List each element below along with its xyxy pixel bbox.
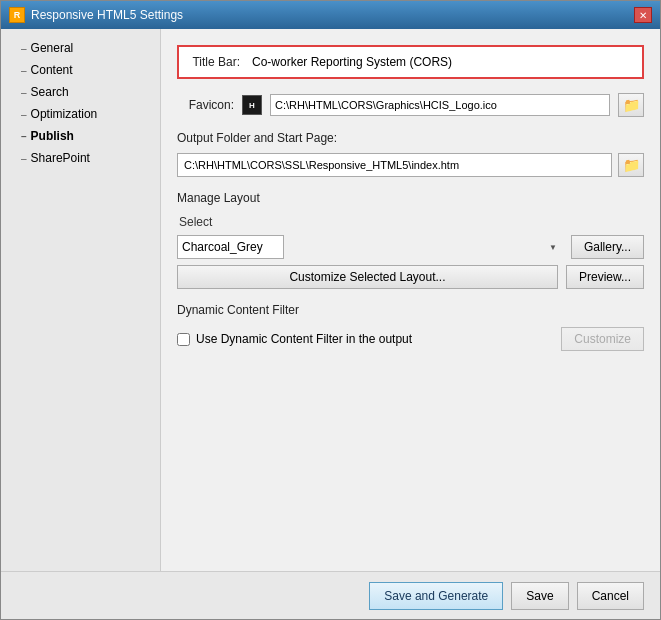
dynamic-section: Dynamic Content Filter Use Dynamic Conte… [177,303,644,351]
window-title: Responsive HTML5 Settings [31,8,183,22]
preview-button[interactable]: Preview... [566,265,644,289]
window-body: General Content Search Optimization Publ… [1,29,660,571]
layout-select[interactable]: Charcoal_Grey Blue Green Red [177,235,284,259]
sidebar-label-content: Content [31,63,73,77]
sidebar-label-optimization: Optimization [31,107,98,121]
favicon-browse-button[interactable]: 📁 [618,93,644,117]
favicon-section: Favicon: H 📁 [179,93,644,117]
favicon-path-input[interactable] [270,94,610,116]
output-path-input[interactable] [177,153,612,177]
favicon-icon-preview: H [242,95,262,115]
output-browse-button[interactable]: 📁 [618,153,644,177]
sidebar-item-content[interactable]: Content [1,59,160,81]
sidebar-item-optimization[interactable]: Optimization [1,103,160,125]
cancel-button[interactable]: Cancel [577,582,644,610]
save-button[interactable]: Save [511,582,568,610]
title-bar: R Responsive HTML5 Settings ✕ [1,1,660,29]
layout-section: Manage Layout Select Charcoal_Grey Blue … [177,191,644,289]
title-bar-section: Title Bar: [177,45,644,79]
dynamic-checkbox-row: Use Dynamic Content Filter in the output [177,332,412,346]
sidebar-label-general: General [31,41,74,55]
main-window: R Responsive HTML5 Settings ✕ General Co… [0,0,661,620]
dynamic-filter-checkbox[interactable] [177,333,190,346]
output-folder-label: Output Folder and Start Page: [177,131,644,145]
window-icon: R [9,7,25,23]
layout-select-row: Charcoal_Grey Blue Green Red Gallery... [177,235,644,259]
sidebar-label-publish: Publish [31,129,74,143]
layout-select-wrapper: Charcoal_Grey Blue Green Red [177,235,563,259]
bottom-bar: Save and Generate Save Cancel [1,571,660,619]
dynamic-customize-button: Customize [561,327,644,351]
sidebar-item-sharepoint[interactable]: SharePoint [1,147,160,169]
favicon-label: Favicon: [179,98,234,112]
sidebar-label-search: Search [31,85,69,99]
sidebar-item-publish[interactable]: Publish [1,125,160,147]
dynamic-checkbox-label: Use Dynamic Content Filter in the output [196,332,412,346]
output-row: 📁 [177,153,644,177]
output-section: Output Folder and Start Page: 📁 [177,131,644,177]
close-button[interactable]: ✕ [634,7,652,23]
title-bar-left: R Responsive HTML5 Settings [9,7,183,23]
window-controls: ✕ [634,7,652,23]
gallery-button[interactable]: Gallery... [571,235,644,259]
title-bar-input[interactable] [248,51,636,73]
main-content: Title Bar: Favicon: H 📁 Output Folder an… [161,29,660,571]
save-generate-button[interactable]: Save and Generate [369,582,503,610]
dynamic-inner: Use Dynamic Content Filter in the output… [177,327,644,351]
dynamic-filter-label: Dynamic Content Filter [177,303,644,317]
sidebar-item-general[interactable]: General [1,37,160,59]
title-bar-label: Title Bar: [185,55,240,69]
sidebar-label-sharepoint: SharePoint [31,151,90,165]
sidebar: General Content Search Optimization Publ… [1,29,161,571]
sidebar-item-search[interactable]: Search [1,81,160,103]
select-label: Select [179,215,644,229]
browse-icon: 📁 [623,97,640,113]
output-browse-icon: 📁 [623,157,640,173]
manage-layout-label: Manage Layout [177,191,644,205]
customize-selected-button[interactable]: Customize Selected Layout... [177,265,558,289]
customize-row: Customize Selected Layout... Preview... [177,265,644,289]
